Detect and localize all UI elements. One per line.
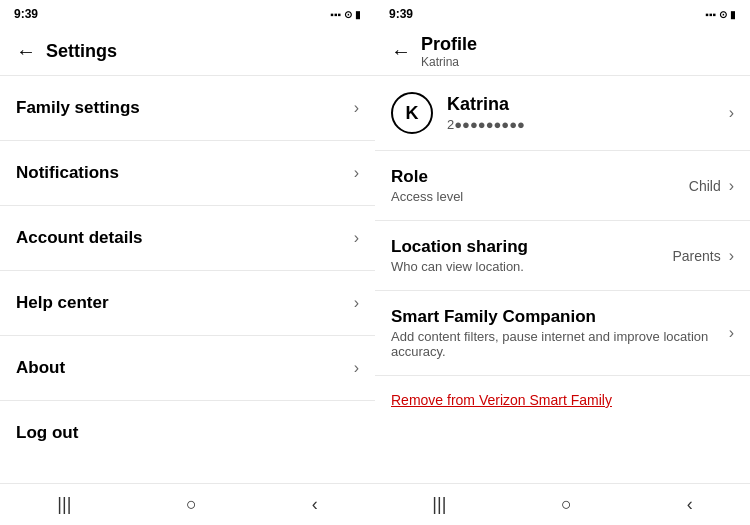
sidebar-item-help-center[interactable]: Help center ›: [0, 271, 375, 336]
profile-info: K Katrina 2●●●●●●●●●: [391, 92, 729, 134]
settings-menu: Family settings › Notifications › Accoun…: [0, 76, 375, 483]
about-label: About: [16, 358, 65, 378]
settings-nav-bar: ← Settings: [0, 28, 375, 76]
chevron-right-icon: ›: [354, 99, 359, 117]
sidebar-item-notifications[interactable]: Notifications ›: [0, 141, 375, 206]
avatar: K: [391, 92, 433, 134]
role-value-group: Child ›: [689, 177, 734, 195]
location-sharing-item[interactable]: Location sharing Who can view location. …: [375, 221, 750, 291]
profile-name: Katrina: [447, 94, 525, 115]
account-details-label: Account details: [16, 228, 143, 248]
bottom-nav-left: ||| ○ ‹: [0, 483, 375, 525]
profile-header[interactable]: K Katrina 2●●●●●●●●● ›: [375, 76, 750, 151]
signal-icon: ▪▪▪: [705, 9, 716, 20]
role-item[interactable]: Role Access level Child ›: [375, 151, 750, 221]
home-icon[interactable]: ○: [186, 494, 197, 515]
back-nav-icon[interactable]: ‹: [687, 494, 693, 515]
smart-family-chevron: ›: [729, 324, 734, 342]
chevron-right-icon: ›: [729, 324, 734, 342]
status-time-right: 9:39: [389, 7, 413, 21]
chevron-right-icon: ›: [729, 104, 734, 122]
recent-apps-icon[interactable]: |||: [57, 494, 71, 515]
back-button[interactable]: ←: [16, 40, 36, 63]
notifications-label: Notifications: [16, 163, 119, 183]
location-value: Parents: [672, 248, 720, 264]
bottom-nav-right: ||| ○ ‹: [375, 483, 750, 525]
chevron-right-icon: ›: [354, 164, 359, 182]
sidebar-item-family-settings[interactable]: Family settings ›: [0, 76, 375, 141]
settings-title: Settings: [46, 41, 117, 62]
smart-family-subtitle: Add content filters, pause internet and …: [391, 329, 729, 359]
role-info: Role Access level: [391, 167, 689, 204]
location-title: Location sharing: [391, 237, 672, 257]
recent-apps-icon[interactable]: |||: [432, 494, 446, 515]
home-icon[interactable]: ○: [561, 494, 572, 515]
sidebar-item-logout[interactable]: Log out: [0, 401, 375, 465]
battery-icon: ▮: [355, 9, 361, 20]
help-center-label: Help center: [16, 293, 109, 313]
chevron-right-icon: ›: [354, 359, 359, 377]
smart-family-item[interactable]: Smart Family Companion Add content filte…: [375, 291, 750, 376]
remove-from-smart-family-link[interactable]: Remove from Verizon Smart Family: [375, 376, 750, 424]
role-subtitle: Access level: [391, 189, 689, 204]
battery-icon: ▮: [730, 9, 736, 20]
back-nav-icon[interactable]: ‹: [312, 494, 318, 515]
role-title: Role: [391, 167, 689, 187]
smart-family-title: Smart Family Companion: [391, 307, 729, 327]
location-subtitle: Who can view location.: [391, 259, 672, 274]
family-settings-label: Family settings: [16, 98, 140, 118]
logout-label: Log out: [16, 423, 78, 443]
profile-title-block: Profile Katrina: [421, 34, 477, 69]
role-value: Child: [689, 178, 721, 194]
profile-subtitle: Katrina: [421, 55, 477, 69]
profile-title: Profile: [421, 34, 477, 55]
signal-icon: ▪▪▪: [330, 9, 341, 20]
location-value-group: Parents ›: [672, 247, 734, 265]
status-time-left: 9:39: [14, 7, 38, 21]
chevron-right-icon: ›: [354, 229, 359, 247]
sidebar-item-about[interactable]: About ›: [0, 336, 375, 401]
status-bar-right: 9:39 ▪▪▪ ⊙ ▮: [375, 0, 750, 28]
smart-family-info: Smart Family Companion Add content filte…: [391, 307, 729, 359]
left-panel: 9:39 ▪▪▪ ⊙ ▮ ← Settings Family settings …: [0, 0, 375, 525]
status-bar-left: 9:39 ▪▪▪ ⊙ ▮: [0, 0, 375, 28]
profile-phone: 2●●●●●●●●●: [447, 117, 525, 132]
sidebar-item-account-details[interactable]: Account details ›: [0, 206, 375, 271]
profile-back-button[interactable]: ←: [391, 40, 411, 63]
chevron-right-icon: ›: [729, 247, 734, 265]
chevron-right-icon: ›: [729, 177, 734, 195]
wifi-icon: ⊙: [719, 9, 727, 20]
chevron-right-icon: ›: [354, 294, 359, 312]
status-icons-right: ▪▪▪ ⊙ ▮: [705, 9, 736, 20]
location-info: Location sharing Who can view location.: [391, 237, 672, 274]
profile-nav-bar: ← Profile Katrina: [375, 28, 750, 76]
status-icons-left: ▪▪▪ ⊙ ▮: [330, 9, 361, 20]
profile-details: Katrina 2●●●●●●●●●: [447, 94, 525, 132]
right-panel: 9:39 ▪▪▪ ⊙ ▮ ← Profile Katrina K Katrina…: [375, 0, 750, 525]
wifi-icon: ⊙: [344, 9, 352, 20]
